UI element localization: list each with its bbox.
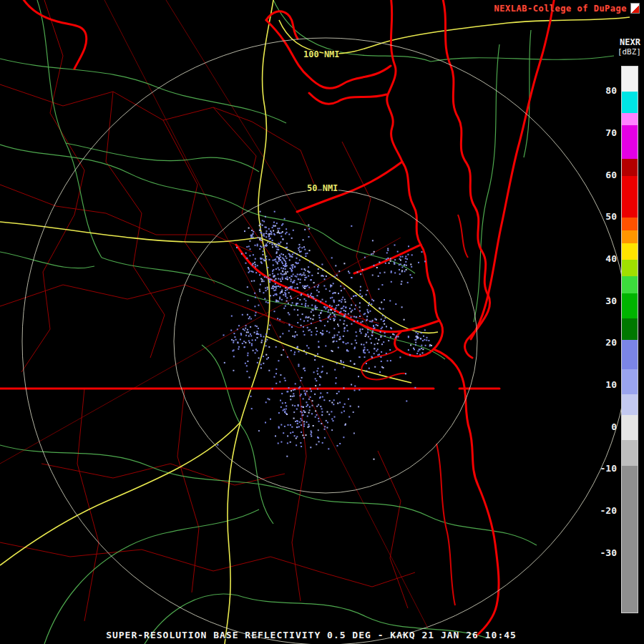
colorbar-units: [dBZ] bbox=[618, 47, 641, 57]
colorbar-segment bbox=[622, 176, 638, 218]
colorbar-segment bbox=[622, 340, 638, 370]
colorbar-segment bbox=[622, 276, 638, 293]
colorbar-segment bbox=[622, 318, 638, 340]
product-caption: SUPER-RESOLUTION BASE REFLECTIVITY 0.5 D… bbox=[0, 630, 623, 640]
delmarva-atlantic-coast bbox=[471, 0, 555, 339]
colorbar-segment bbox=[622, 260, 638, 277]
reflectivity-colorbar bbox=[621, 66, 638, 613]
colorbar-segment bbox=[622, 394, 638, 416]
colorbar-segment bbox=[622, 243, 638, 260]
cod-logo-icon bbox=[630, 3, 640, 14]
ring-label-50nmi: 50 NMI bbox=[307, 183, 338, 193]
colorbar-title: NEXR bbox=[620, 37, 640, 47]
colorbar-segment bbox=[622, 113, 638, 126]
potomac-south-bank bbox=[309, 93, 386, 104]
brand-text: NEXLAB-College of DuPage bbox=[494, 4, 627, 14]
colorbar-segment bbox=[622, 218, 638, 230]
colorbar-segment bbox=[622, 293, 638, 319]
northwest-border bbox=[21, 0, 87, 69]
radar-echoes bbox=[217, 211, 432, 460]
range-rings bbox=[22, 38, 629, 644]
colorbar-segment bbox=[622, 92, 638, 113]
james-river bbox=[236, 245, 439, 332]
roads bbox=[0, 0, 614, 644]
header: NEXLAB-College of DuPage bbox=[494, 3, 640, 14]
bay-east-shore bbox=[442, 0, 490, 358]
colorbar-segment bbox=[622, 67, 638, 92]
bay-west-shore-2 bbox=[402, 162, 421, 245]
colorbar-segment bbox=[622, 415, 638, 441]
bay-west-shore-3 bbox=[421, 245, 439, 321]
radar-viewer: 100 NMI 50 NMI NEXLAB-College of DuPage … bbox=[0, 0, 644, 644]
colorbar-segment bbox=[622, 440, 638, 466]
colorbar-segment bbox=[622, 369, 638, 395]
range-ring-100nmi bbox=[22, 38, 629, 644]
radar-map: 100 NMI 50 NMI bbox=[0, 0, 644, 644]
ring-label-100nmi: 100 NMI bbox=[303, 49, 340, 59]
bay-west-shore bbox=[387, 0, 402, 162]
atlantic-south-coast bbox=[434, 349, 499, 637]
colorbar-segment bbox=[622, 125, 638, 159]
colorbar-segment bbox=[622, 466, 638, 613]
colorbar-segment bbox=[622, 159, 638, 176]
colorbar-segment bbox=[622, 230, 638, 243]
